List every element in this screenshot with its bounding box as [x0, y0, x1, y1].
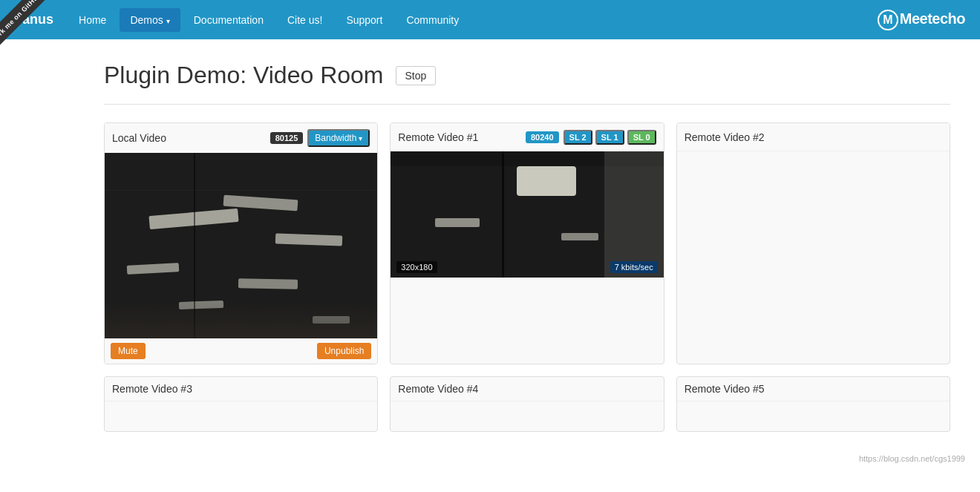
fork-ribbon[interactable]: Fork me on GitHub [0, 0, 59, 59]
remote-video-1-overlay: 320x180 7 kbits/sec [391, 257, 663, 278]
remote-video-5-card: Remote Video #5 [676, 376, 950, 432]
nav-documentation[interactable]: Documentation [183, 8, 274, 32]
nav-links: Home Demos Documentation Cite us! Suppor… [68, 8, 878, 32]
local-video-header: Local Video 80125 Bandwidth [105, 123, 377, 153]
footer-link: https://blog.csdn.net/cgs1999 [859, 454, 965, 463]
stop-button[interactable]: Stop [396, 66, 437, 85]
bitrate-badge: 7 kbits/sec [610, 261, 658, 273]
local-video-display [105, 153, 377, 338]
remote-video-2-title: Remote Video #2 [685, 131, 942, 143]
sl-badges: SL 2 SL 1 SL 0 [564, 130, 656, 145]
remote-video-1-title: Remote Video #1 [398, 131, 521, 143]
page-title: Plugin Demo: Video Room [104, 62, 384, 89]
remote-video-1-header: Remote Video #1 80240 SL 2 SL 1 SL 0 [391, 123, 663, 151]
remote-video-5-header: Remote Video #5 [677, 377, 950, 401]
remote-video-4-card: Remote Video #4 [390, 376, 664, 432]
local-video-body [105, 153, 377, 338]
remote-video-2-body [677, 151, 950, 188]
main-content: Plugin Demo: Video Room Stop Local Video… [0, 39, 980, 447]
nav-cite[interactable]: Cite us! [277, 8, 333, 32]
sl2-button[interactable]: SL 2 [564, 130, 592, 145]
local-video-id-badge: 80125 [270, 132, 304, 144]
demos-chevron-icon [166, 14, 170, 26]
remote-video-1-card: Remote Video #1 80240 SL 2 SL 1 SL 0 [390, 122, 664, 364]
nav-support[interactable]: Support [336, 8, 393, 32]
remote-video-4-body [391, 401, 663, 431]
remote-video-1-body: 320x180 7 kbits/sec [391, 151, 663, 278]
nav-community[interactable]: Community [396, 8, 469, 32]
nav-home[interactable]: Home [68, 8, 117, 32]
remote-video-3-header: Remote Video #3 [105, 377, 377, 401]
video-grid-top: Local Video 80125 Bandwidth [104, 122, 950, 364]
remote-video-5-body [677, 401, 950, 431]
remote-video-4-header: Remote Video #4 [391, 377, 663, 401]
fork-ribbon-label: Fork me on GitHub [0, 0, 53, 54]
video-grid-bottom: Remote Video #3 Remote Video #4 Remote V… [104, 376, 950, 432]
page-title-area: Plugin Demo: Video Room Stop [104, 62, 950, 105]
mute-button[interactable]: Mute [111, 343, 146, 359]
meetecho-logo: MMeetecho [878, 10, 965, 30]
sl1-button[interactable]: SL 1 [595, 130, 624, 145]
resolution-badge: 320x180 [396, 261, 437, 273]
meetecho-m-icon: M [878, 10, 898, 30]
local-video-title: Local Video [112, 132, 266, 144]
unpublish-button[interactable]: Unpublish [317, 343, 371, 359]
navbar: Fork me on GitHub Janus Home Demos Docum… [0, 0, 980, 39]
remote-video-2-header: Remote Video #2 [677, 123, 950, 151]
remote-video-3-card: Remote Video #3 [104, 376, 378, 432]
local-video-footer: Mute Unpublish [105, 338, 377, 364]
page-footer: https://blog.csdn.net/cgs1999 [0, 447, 980, 470]
remote-video-1-id-badge: 80240 [526, 131, 559, 143]
bandwidth-chevron-icon [359, 133, 362, 143]
sl0-button[interactable]: SL 0 [627, 130, 656, 145]
remote-video-2-card: Remote Video #2 [676, 122, 950, 364]
local-video-card: Local Video 80125 Bandwidth [104, 122, 378, 364]
bandwidth-button[interactable]: Bandwidth [307, 129, 370, 147]
nav-demos[interactable]: Demos [120, 8, 180, 32]
remote-video-3-body [105, 401, 377, 431]
